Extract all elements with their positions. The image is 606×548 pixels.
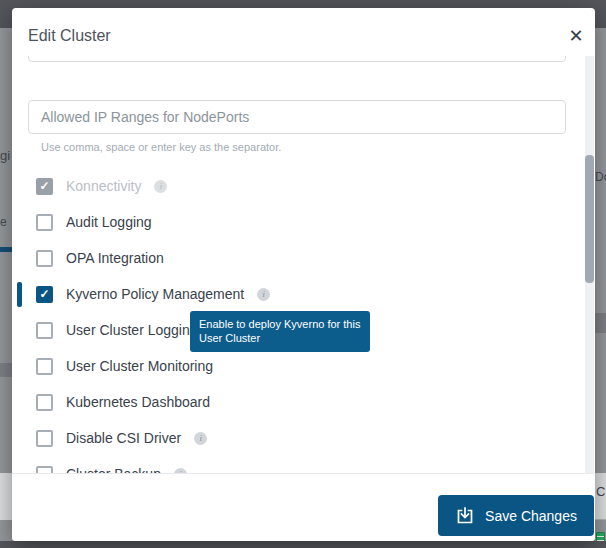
background-bottom-band: [0, 541, 606, 548]
checkbox-label: User Cluster Monitoring: [66, 358, 213, 374]
checkbox-icon[interactable]: [36, 430, 53, 447]
checkbox-label: Kyverno Policy Management: [66, 286, 244, 302]
checkbox-opa-integration[interactable]: OPA Integration: [36, 249, 164, 267]
save-changes-button[interactable]: Save Changes: [438, 495, 594, 536]
info-icon[interactable]: i: [257, 288, 270, 301]
tooltip-line: Enable to deploy Kyverno for this: [199, 318, 360, 330]
background-table-band: [0, 363, 12, 377]
checkbox-label: OPA Integration: [66, 250, 164, 266]
checkbox-konnectivity: Konnectivity i: [36, 177, 167, 195]
checkbox-icon[interactable]: [36, 322, 53, 339]
tooltip-line: User Cluster: [199, 332, 260, 344]
checkbox-icon[interactable]: [36, 250, 53, 267]
save-icon: [455, 506, 475, 526]
checkbox-label: Kubernetes Dashboard: [66, 394, 210, 410]
checkbox-icon[interactable]: [36, 286, 53, 303]
top-field-partially-scrolled[interactable]: [28, 56, 566, 62]
checkbox-audit-logging[interactable]: Audit Logging: [36, 213, 152, 231]
checkbox-label: Disable CSI Driver: [66, 430, 181, 446]
checkbox-user-cluster-logging[interactable]: User Cluster Logging: [36, 321, 198, 339]
ip-ranges-hint: Use comma, space or enter key as the sep…: [41, 141, 281, 153]
dialog-footer: Save Changes: [12, 473, 595, 541]
checkbox-label: Audit Logging: [66, 214, 152, 230]
allowed-ip-ranges-input[interactable]: [28, 100, 566, 134]
background-light-band: [0, 473, 12, 520]
checkbox-icon[interactable]: [36, 358, 53, 375]
content-scrollbar[interactable]: [585, 56, 594, 473]
checkbox-user-cluster-monitoring[interactable]: User Cluster Monitoring: [36, 357, 213, 375]
info-icon[interactable]: i: [154, 180, 167, 193]
checkbox-cluster-backup[interactable]: Cluster Backup i: [36, 465, 187, 473]
edit-cluster-dialog: Edit Cluster ✕ Use comma, space or enter…: [12, 8, 595, 541]
dialog-scroll-content: Use comma, space or enter key as the sep…: [12, 56, 595, 473]
background-text-fragment: gi: [0, 148, 11, 163]
dialog-title: Edit Cluster: [28, 27, 111, 45]
background-text-fragment: e: [0, 215, 9, 229]
kyverno-tooltip: Enable to deploy Kyverno for this User C…: [190, 311, 370, 352]
checkbox-disable-csi-driver[interactable]: Disable CSI Driver i: [36, 429, 207, 447]
background-accent-line: [0, 247, 12, 252]
checkbox-label: Cluster Backup: [66, 466, 161, 473]
background-table-band: [595, 313, 606, 333]
checkbox-icon[interactable]: [36, 214, 53, 231]
checkbox-kyverno-policy-management[interactable]: Kyverno Policy Management i: [36, 285, 270, 303]
scrollbar-thumb[interactable]: [585, 155, 594, 283]
checkbox-kubernetes-dashboard[interactable]: Kubernetes Dashboard: [36, 393, 210, 411]
checkbox-icon: [36, 178, 53, 195]
info-icon[interactable]: i: [194, 432, 207, 445]
checkbox-icon[interactable]: [36, 466, 53, 474]
checkbox-label: Konnectivity: [66, 178, 141, 194]
close-icon[interactable]: ✕: [563, 23, 589, 49]
checkbox-icon[interactable]: [36, 394, 53, 411]
focus-indicator-bar: [17, 282, 22, 307]
save-button-label: Save Changes: [485, 508, 577, 524]
checkbox-label: User Cluster Logging: [66, 322, 198, 338]
background-text-fragment: C: [596, 484, 606, 499]
background-text-fragment: Do: [595, 170, 606, 184]
